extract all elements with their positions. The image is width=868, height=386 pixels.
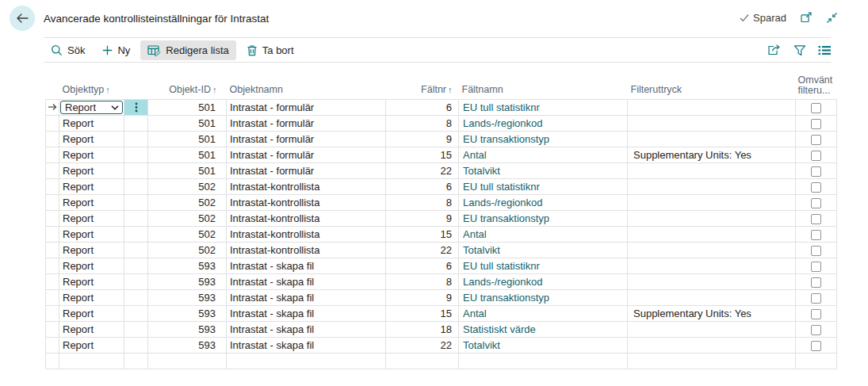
faltnamn-link-cell[interactable]: Lands-/regionkod (459, 274, 628, 290)
objektnamn-cell[interactable]: Intrastat-kontrollista (227, 227, 386, 243)
objektnamn-cell[interactable]: Intrastat-kontrollista (227, 195, 386, 211)
objekt-id-cell[interactable]: 501 (148, 163, 227, 179)
assist-edit-button[interactable] (128, 100, 144, 115)
popout-button[interactable] (800, 11, 813, 24)
objekt-id-cell[interactable]: 593 (148, 258, 227, 274)
row-selector-cell[interactable] (46, 132, 59, 147)
row-selector-cell[interactable] (46, 195, 59, 211)
filteruttryck-cell[interactable] (628, 163, 796, 179)
faltnr-cell[interactable]: 22 (386, 243, 459, 258)
faltnamn-link-cell[interactable] (459, 354, 628, 369)
faltnr-cell[interactable]: 15 (386, 306, 459, 322)
omvant-checkbox[interactable] (811, 182, 821, 193)
choose-columns-button[interactable] (818, 45, 831, 55)
faltnr-cell[interactable]: 9 (386, 132, 459, 147)
objekttyp-cell[interactable]: Report Report (59, 322, 124, 338)
objektnamn-cell[interactable]: Intrastat - formulär (227, 116, 386, 132)
objekttyp-cell[interactable]: Report Report (59, 258, 124, 274)
delete-button[interactable]: Ta bort (239, 40, 301, 60)
filteruttryck-cell[interactable] (628, 290, 796, 306)
faltnamn-link-cell[interactable]: Totalvikt (459, 338, 628, 354)
filteruttryck-cell[interactable] (628, 354, 796, 369)
objektnamn-cell[interactable]: Intrastat - formulär (227, 132, 386, 147)
col-header-filteruttryck[interactable]: Filteruttryck (628, 75, 796, 100)
objekt-id-cell[interactable]: 501 (148, 116, 227, 132)
faltnamn-link-cell[interactable]: EU transaktionstyp (459, 211, 628, 227)
objekt-id-cell[interactable]: 502 (148, 211, 227, 227)
faltnr-cell[interactable] (386, 354, 459, 369)
objekttyp-cell[interactable]: Report Report (59, 100, 124, 116)
faltnr-cell[interactable]: 22 (386, 163, 459, 179)
faltnamn-link-cell[interactable]: Antal (459, 147, 628, 163)
objekttyp-cell[interactable]: Report Report (59, 290, 124, 306)
faltnr-cell[interactable]: 8 (386, 195, 459, 211)
faltnamn-link-cell[interactable]: Lands-/regionkod (459, 195, 628, 211)
omvant-checkbox[interactable] (811, 293, 821, 304)
objekttyp-dropdown[interactable]: Report (60, 101, 123, 114)
faltnr-cell[interactable]: 8 (386, 274, 459, 290)
faltnamn-link-cell[interactable]: Antal (459, 227, 628, 243)
objektnamn-cell[interactable]: Intrastat - skapa fil (227, 338, 386, 354)
row-selector-cell[interactable] (46, 227, 59, 243)
objektnamn-cell[interactable]: Intrastat - formulär (227, 163, 386, 179)
objekt-id-cell[interactable] (148, 354, 227, 369)
omvant-checkbox[interactable] (811, 135, 821, 145)
omvant-checkbox[interactable] (811, 341, 821, 351)
objekttyp-cell[interactable]: Report Report (59, 274, 124, 290)
filteruttryck-cell[interactable] (628, 274, 796, 290)
omvant-checkbox[interactable] (811, 262, 821, 272)
objekttyp-cell[interactable]: Report Report (59, 195, 124, 211)
row-selector-cell[interactable] (46, 211, 59, 227)
filteruttryck-cell[interactable] (628, 338, 796, 354)
objekttyp-cell[interactable]: Report Report (59, 338, 124, 354)
faltnamn-link-cell[interactable]: EU tull statistiknr (459, 100, 628, 116)
faltnr-cell[interactable]: 15 (386, 147, 459, 163)
faltnr-cell[interactable]: 22 (386, 338, 459, 354)
objektnamn-cell[interactable]: Intrastat - skapa fil (227, 290, 386, 306)
faltnr-cell[interactable]: 18 (386, 322, 459, 338)
faltnr-cell[interactable]: 9 (386, 211, 459, 227)
objekttyp-cell[interactable]: Report Report (59, 243, 124, 258)
faltnamn-link-cell[interactable]: Totalvikt (459, 243, 628, 258)
filteruttryck-cell[interactable] (628, 179, 796, 195)
objektnamn-cell[interactable]: Intrastat - skapa fil (227, 306, 386, 322)
filteruttryck-cell[interactable] (628, 211, 796, 227)
objekttyp-cell[interactable]: Report Report (59, 116, 124, 132)
share-button[interactable] (767, 44, 782, 56)
omvant-checkbox[interactable] (811, 151, 821, 161)
row-selector-cell[interactable] (46, 100, 59, 116)
objekt-id-cell[interactable]: 501 (148, 132, 227, 147)
filteruttryck-cell[interactable]: Supplementary Units: Yes (628, 306, 796, 322)
filteruttryck-cell[interactable]: Supplementary Units: Yes (628, 147, 796, 163)
objektnamn-cell[interactable]: Intrastat-kontrollista (227, 179, 386, 195)
faltnamn-link-cell[interactable]: Statistiskt värde (459, 322, 628, 338)
collapse-button[interactable] (826, 12, 838, 24)
row-selector-cell[interactable] (46, 274, 59, 290)
faltnr-cell[interactable]: 6 (386, 179, 459, 195)
objektnamn-cell[interactable]: Intrastat - formulär (227, 100, 386, 116)
row-selector-cell[interactable] (46, 290, 59, 306)
objektnamn-cell[interactable]: Intrastat-kontrollista (227, 211, 386, 227)
objekttyp-cell[interactable]: Report Report (59, 179, 124, 195)
faltnamn-link-cell[interactable]: Antal (459, 306, 628, 322)
objektnamn-cell[interactable] (227, 354, 386, 369)
col-header-objektnamn[interactable]: Objektnamn (227, 75, 386, 100)
faltnamn-link-cell[interactable]: EU tull statistiknr (459, 258, 628, 274)
objekt-id-cell[interactable]: 593 (148, 306, 227, 322)
objekttyp-cell[interactable]: Report Report (59, 211, 124, 227)
omvant-checkbox[interactable] (811, 277, 821, 288)
faltnamn-link-cell[interactable]: EU transaktionstyp (459, 132, 628, 147)
objektnamn-cell[interactable]: Intrastat - skapa fil (227, 322, 386, 338)
faltnamn-link-cell[interactable]: EU transaktionstyp (459, 290, 628, 306)
omvant-checkbox[interactable] (811, 246, 821, 256)
omvant-checkbox[interactable] (811, 166, 821, 177)
objekt-id-cell[interactable]: 502 (148, 179, 227, 195)
objektnamn-cell[interactable]: Intrastat - skapa fil (227, 258, 386, 274)
objekt-id-cell[interactable]: 593 (148, 338, 227, 354)
new-button[interactable]: Ny (95, 40, 137, 60)
faltnr-cell[interactable]: 6 (386, 258, 459, 274)
filteruttryck-cell[interactable] (628, 258, 796, 274)
faltnr-cell[interactable]: 15 (386, 227, 459, 243)
objekt-id-cell[interactable]: 501 (148, 100, 227, 116)
omvant-checkbox[interactable] (811, 325, 821, 335)
